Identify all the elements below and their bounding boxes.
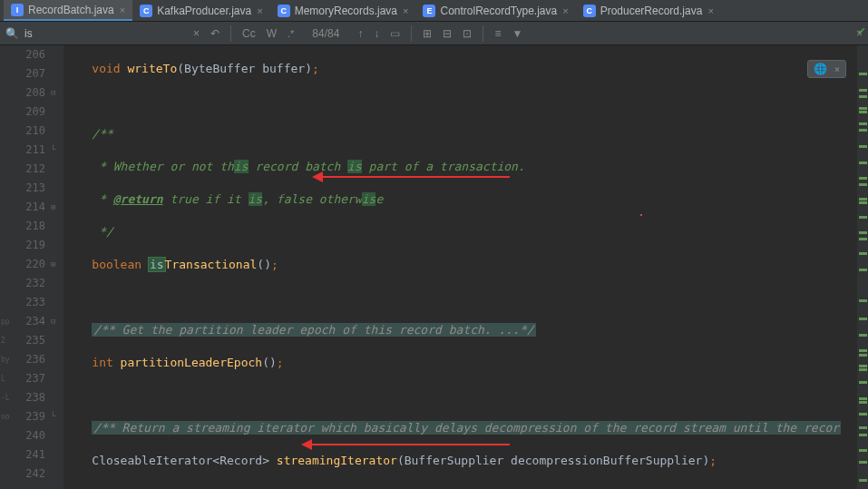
tab-label: MemoryRecords.java	[295, 5, 397, 17]
left-dock: pp 2 by L -L no	[0, 45, 13, 489]
tab-producerrecord[interactable]: CProducerRecord.java×	[576, 0, 721, 21]
match-count: 84/84	[312, 27, 339, 40]
words-button[interactable]: W	[263, 25, 280, 42]
close-icon[interactable]: ×	[834, 64, 840, 74]
annotation-arrow	[316, 176, 510, 178]
fold-toggle[interactable]: ⊟	[51, 312, 63, 331]
folded-comment[interactable]: /** Return a streaming iterator which ba…	[92, 421, 841, 435]
close-icon[interactable]: ×	[120, 5, 125, 15]
fold-toggle[interactable]: ⊞	[51, 255, 63, 274]
fold-toggle[interactable]: ⊞	[51, 198, 63, 217]
fold-toggle[interactable]: ⊟	[51, 83, 63, 103]
editor-area[interactable]: pp 2 by L -L no 206 207 208 209 210 211 …	[0, 45, 868, 489]
tab-label: KafkaProducer.java	[157, 5, 251, 17]
close-icon[interactable]: ×	[707, 5, 713, 16]
java-class-icon: C	[583, 5, 596, 17]
annotation-arrow	[305, 444, 510, 445]
match-case-button[interactable]: Cc	[239, 25, 259, 42]
java-class-icon: E	[423, 5, 435, 17]
select-occurrences-button[interactable]: ⊡	[459, 25, 475, 42]
tab-label: ProducerRecord.java	[600, 5, 703, 17]
find-options-button[interactable]: ≡	[491, 25, 504, 42]
filter-button[interactable]: ▼	[508, 25, 526, 42]
line-numbers: 206 207 208 209 210 211 212 213 214 218 …	[13, 45, 51, 489]
tab-memoryrecords[interactable]: CMemoryRecords.java×	[270, 0, 416, 21]
remove-selection-button[interactable]: ⊟	[439, 25, 455, 42]
fold-gutter[interactable]: ⊟ └ ⊞ ⊞ ⊟ └	[51, 45, 63, 489]
prev-match-button[interactable]: ↑	[354, 25, 366, 42]
history-button[interactable]: ↶	[207, 25, 223, 42]
java-class-icon: C	[278, 5, 290, 17]
folded-comment[interactable]: /** Get the partition leader epoch of th…	[92, 323, 535, 337]
close-icon[interactable]: ×	[562, 5, 568, 16]
find-input[interactable]	[24, 27, 188, 40]
browser-icon[interactable]: 🌐	[814, 63, 827, 75]
find-bar: 🔍 × ↶ Cc W .* 84/84 ↑ ↓ ▭ ⊞ ⊟ ⊡ ≡ ▼ ×	[0, 22, 868, 45]
next-match-button[interactable]: ↓	[370, 25, 383, 42]
tab-controlrecordtype[interactable]: EControlRecordType.java×	[415, 0, 575, 21]
tab-recordbatch[interactable]: IRecordBatch.java×	[4, 0, 132, 21]
search-icon: 🔍	[5, 27, 19, 40]
close-icon[interactable]: ×	[257, 5, 262, 16]
browser-widget: 🌐 ×	[807, 60, 846, 78]
clear-button[interactable]: ×	[190, 25, 203, 42]
tab-label: ControlRecordType.java	[440, 5, 557, 17]
close-icon[interactable]: ×	[403, 5, 408, 16]
java-class-icon: C	[140, 5, 152, 17]
inspection-ok-icon[interactable]: ✔	[858, 24, 865, 37]
annotation-dot	[640, 214, 642, 216]
tab-label: RecordBatch.java	[28, 4, 114, 16]
add-selection-button[interactable]: ⊞	[419, 25, 435, 42]
code-content[interactable]: void writeTo(ByteBuffer buffer); /** * W…	[63, 45, 868, 489]
select-all-button[interactable]: ▭	[386, 25, 404, 42]
marker-strip[interactable]	[857, 45, 868, 489]
regex-button[interactable]: .*	[284, 26, 297, 41]
editor-tabs: IRecordBatch.java× CKafkaProducer.java× …	[0, 0, 868, 22]
tab-kafkaproducer[interactable]: CKafkaProducer.java×	[132, 0, 270, 21]
java-class-icon: I	[11, 4, 24, 16]
